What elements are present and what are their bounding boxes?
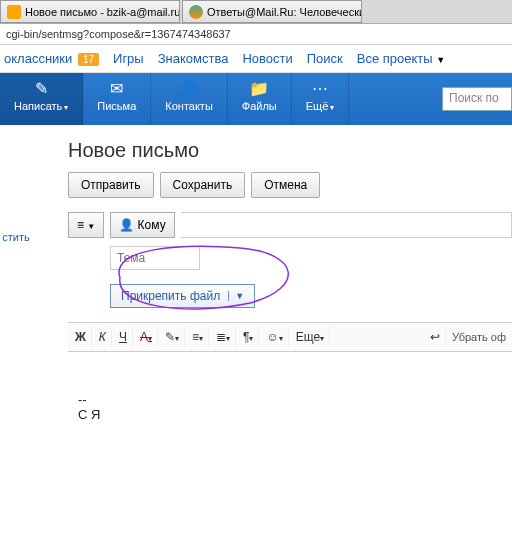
cancel-button[interactable]: Отмена [251,172,320,198]
bold-button[interactable]: Ж [70,327,92,347]
files-button[interactable]: 📁 Файлы [228,73,292,125]
mail-toolbar: ✎ Написать▾ ✉ Письма 👤 Контакты 📁 Файлы … [0,73,512,125]
list-button[interactable]: ≣▾ [211,327,236,347]
chevron-down-icon: ▼ [436,55,445,65]
align-button[interactable]: ≡▾ [187,327,209,347]
browser-tab[interactable]: Ответы@Mail.Ru: Человеческий поиск... [182,0,362,23]
sidebar: стить [0,125,32,550]
answers-favicon [189,5,203,19]
tab-title: Ответы@Mail.Ru: Человеческий поиск... [207,6,362,18]
attach-file-button[interactable]: Прикрепить файл ▼ [110,284,255,308]
page-title: Новое письмо [68,139,512,162]
to-button[interactable]: 👤 Кому [110,212,174,238]
tab-title: Новое письмо - bzik-a@mail.ru - Почта ..… [25,6,180,18]
nav-games[interactable]: Игры [113,51,144,66]
mail-favicon [7,5,21,19]
nav-news[interactable]: Новости [242,51,292,66]
italic-button[interactable]: К [94,327,112,347]
search-input[interactable]: Поиск по [442,87,512,111]
portal-nav: оклассники 17 Игры Знакомства Новости По… [0,45,512,73]
tool-label: Контакты [165,100,213,112]
contacts-button[interactable]: 👤 Контакты [151,73,228,125]
emoji-button[interactable]: ☺▾ [261,327,288,347]
indent-button[interactable]: ¶▾ [238,327,259,347]
priority-button[interactable]: ≡ ▼ [68,212,104,238]
more-button[interactable]: ⋯ Ещё▾ [292,73,350,125]
recipient-row: ≡ ▼ 👤 Кому [68,212,512,238]
text-color-button[interactable]: А▾ [135,327,158,347]
more-format-button[interactable]: Еще▾ [291,327,330,347]
subject-input[interactable] [110,246,200,270]
nav-dating[interactable]: Знакомства [158,51,229,66]
save-button[interactable]: Сохранить [160,172,246,198]
sidebar-cancel-link[interactable]: стить [2,231,29,243]
browser-tab[interactable]: Новое письмо - bzik-a@mail.ru - Почта ..… [0,0,180,23]
undo-label[interactable]: Убрать оф [448,331,510,343]
nav-odnoklassniki[interactable]: оклассники 17 [4,51,99,66]
letters-button[interactable]: ✉ Письма [83,73,151,125]
nav-search[interactable]: Поиск [307,51,343,66]
editor-toolbar: Ж К Ч А▾ ✎▾ ≡▾ ≣▾ ¶▾ ☺▾ Еще▾ ↩ Убрать оф [68,322,512,352]
dots-icon: ⋯ [306,79,335,98]
pencil-icon: ✎ [14,79,68,98]
send-button[interactable]: Отправить [68,172,154,198]
to-input[interactable] [181,212,512,238]
nav-projects[interactable]: Все проекты ▼ [357,51,445,66]
tool-label: Файлы [242,100,277,112]
undo-button[interactable]: ↩ [425,327,446,347]
browser-tabs: Новое письмо - bzik-a@mail.ru - Почта ..… [0,0,512,24]
tool-label: Написать [14,100,62,112]
folder-icon: 📁 [242,79,277,98]
chevron-down-icon[interactable]: ▼ [228,291,244,301]
tool-label: Письма [97,100,136,112]
envelope-icon: ✉ [97,79,136,98]
compose-button[interactable]: ✎ Написать▾ [0,73,83,125]
action-buttons: Отправить Сохранить Отмена [68,172,512,198]
person-icon: 👤 [165,79,213,98]
notification-badge: 17 [78,53,99,66]
person-icon: 👤 [119,218,134,232]
url-bar[interactable]: cgi-bin/sentmsg?compose&r=1367474348637 [0,24,512,45]
underline-button[interactable]: Ч [114,327,133,347]
compose-area: Новое письмо Отправить Сохранить Отмена … [32,125,512,550]
nav-link[interactable]: Все проекты [357,51,433,66]
nav-link[interactable]: оклассники [4,51,72,66]
to-label: Кому [138,218,166,232]
attach-label: Прикрепить файл [121,289,220,303]
chevron-down-icon: ▾ [64,103,68,112]
chevron-down-icon: ▾ [330,103,334,112]
highlight-button[interactable]: ✎▾ [160,327,185,347]
message-body[interactable]: -- С Я [68,352,512,550]
tool-label: Ещё [306,100,329,112]
